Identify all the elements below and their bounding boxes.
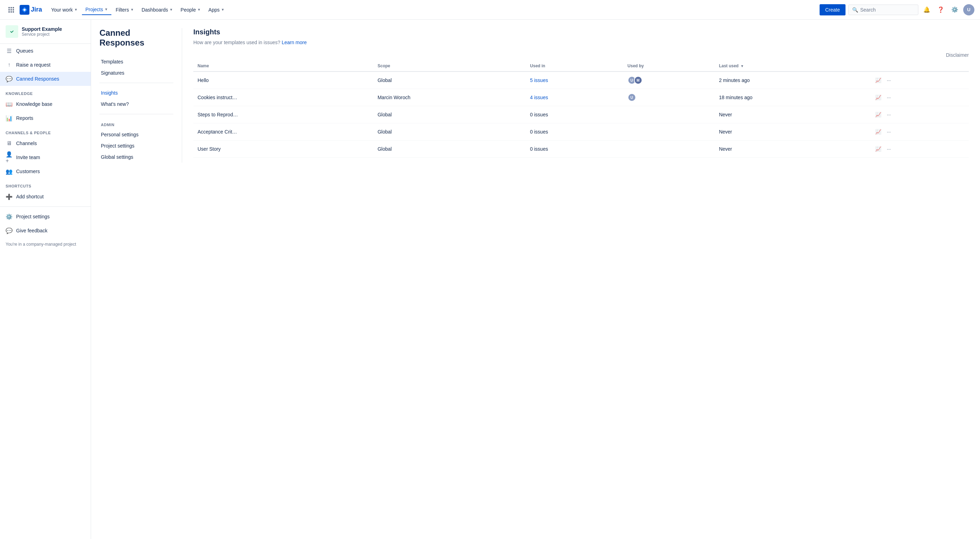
sidebar-item-knowledge-base[interactable]: 📖 Knowledge base [0,97,91,111]
feedback-icon: 💬 [6,227,13,234]
chevron-down-icon: ▼ [74,8,78,11]
menu-divider-2 [99,114,173,114]
svg-rect-2 [13,7,14,8]
left-menu-personal-settings[interactable]: Personal settings [99,129,173,140]
left-panel: Canned Responses Templates Signatures In… [91,28,182,163]
left-menu-insights[interactable]: Insights [99,87,173,99]
disclaimer-row: Disclaimer [193,52,969,58]
sidebar-item-channels[interactable]: 🖥 Channels [0,136,91,150]
left-menu-templates[interactable]: Templates [99,56,173,67]
nav-dashboards[interactable]: Dashboards ▼ [138,5,176,15]
cell-used-in[interactable]: 4 issues [526,89,623,106]
create-button[interactable]: Create [819,4,845,16]
svg-rect-5 [13,9,14,11]
sidebar: Support Example Service project ☰ Queues… [0,20,91,539]
left-menu-global-settings[interactable]: Global settings [99,151,173,163]
more-options-button[interactable]: ··· [885,110,892,119]
more-options-button[interactable]: ··· [885,128,892,136]
cell-used-by [624,140,715,158]
nav-your-work[interactable]: Your work ▼ [48,5,81,15]
chevron-down-icon: ▼ [197,8,201,11]
grid-menu-icon[interactable] [6,4,17,16]
more-options-button[interactable]: ··· [885,76,892,85]
col-scope: Scope [373,61,526,72]
col-name: Name [193,61,373,72]
left-menu-whats-new[interactable]: What's new? [99,99,173,110]
nav-apps[interactable]: Apps ▼ [205,5,228,15]
sidebar-item-give-feedback[interactable]: 💬 Give feedback [0,223,91,238]
settings-button[interactable]: ⚙️ [949,4,960,16]
sidebar-item-canned-responses[interactable]: 💬 Canned Responses [0,72,91,86]
nav-people[interactable]: People ▼ [177,5,205,15]
menu-divider-1 [99,83,173,83]
section-knowledge: KNOWLEDGE [0,86,91,97]
sidebar-item-raise-request[interactable]: ↑ Raise a request [0,58,91,72]
person-add-icon: 👤+ [6,154,13,161]
sidebar-item-add-shortcut[interactable]: ➕ Add shortcut [0,190,91,204]
main-nav: Your work ▼ Projects ▼ Filters ▼ Dashboa… [48,5,817,15]
row-actions: 📈··· [874,145,964,153]
col-last-used[interactable]: Last used ▼ [715,61,870,72]
cell-actions: 📈··· [870,89,969,106]
sidebar-item-invite-team[interactable]: 👤+ Invite team [0,150,91,164]
cell-actions: 📈··· [870,72,969,89]
nav-projects[interactable]: Projects ▼ [82,5,111,15]
row-actions: 📈··· [874,110,964,119]
cell-used-in: 0 issues [526,140,623,158]
more-options-button[interactable]: ··· [885,93,892,102]
more-options-button[interactable]: ··· [885,145,892,153]
used-in-link[interactable]: 4 issues [530,95,548,100]
top-navigation: Jira Your work ▼ Projects ▼ Filters ▼ Da… [0,0,980,20]
learn-more-link[interactable]: Learn more [282,40,307,45]
project-icon [6,25,18,38]
chart-button[interactable]: 📈 [874,145,883,153]
chart-button[interactable]: 📈 [874,76,883,85]
row-actions: 📈··· [874,76,964,85]
admin-section-label: ADMIN [99,118,173,129]
project-type: Service project [22,32,62,37]
cell-last-used: Never [715,123,870,140]
left-menu-signatures[interactable]: Signatures [99,67,173,78]
nav-filters[interactable]: Filters ▼ [112,5,137,15]
sidebar-item-queues[interactable]: ☰ Queues [0,44,91,58]
svg-rect-4 [11,9,12,11]
chevron-down-icon: ▼ [221,8,224,11]
cell-used-in: 0 issues [526,123,623,140]
search-box[interactable]: 🔍 Search [848,5,918,15]
cell-last-used: 2 minutes ago [715,72,870,89]
used-in-link[interactable]: 5 issues [530,77,548,83]
svg-rect-7 [11,11,12,13]
chart-button[interactable]: 📈 [874,110,883,119]
user-avatar[interactable]: U [963,4,974,16]
main-content: Canned Responses Templates Signatures In… [91,20,980,539]
cell-scope: Global [373,72,526,89]
col-actions [870,61,969,72]
insights-subtitle: How are your templates used in issues? L… [193,40,969,45]
svg-rect-0 [8,7,10,8]
page-layout: Support Example Service project ☰ Queues… [0,20,980,539]
chart-button[interactable]: 📈 [874,128,883,136]
right-panel: Insights How are your templates used in … [182,28,980,163]
logo-text: Jira [31,6,42,13]
sidebar-item-customers[interactable]: 👥 Customers [0,164,91,179]
cell-actions: 📈··· [870,106,969,123]
cell-actions: 📈··· [870,123,969,140]
cell-last-used: Never [715,140,870,158]
help-button[interactable]: ❓ [935,4,947,16]
svg-rect-3 [8,9,10,11]
jira-logo[interactable]: Jira [20,5,42,15]
row-actions: 📈··· [874,93,964,102]
cell-name: Cookies instruct… [193,89,373,106]
chart-button[interactable]: 📈 [874,93,883,102]
svg-rect-6 [8,11,10,13]
search-icon: 🔍 [852,7,858,13]
cell-used-in[interactable]: 5 issues [526,72,623,89]
left-menu-project-settings[interactable]: Project settings [99,140,173,151]
sidebar-item-reports[interactable]: 📊 Reports [0,111,91,125]
chevron-down-icon: ▼ [130,8,134,11]
people-icon: 👥 [6,168,13,175]
notifications-button[interactable]: 🔔 [921,4,932,16]
disclaimer-button[interactable]: Disclaimer [946,52,969,58]
sidebar-item-project-settings[interactable]: ⚙️ Project settings [0,210,91,223]
topnav-right: 🔍 Search 🔔 ❓ ⚙️ U [848,4,974,16]
